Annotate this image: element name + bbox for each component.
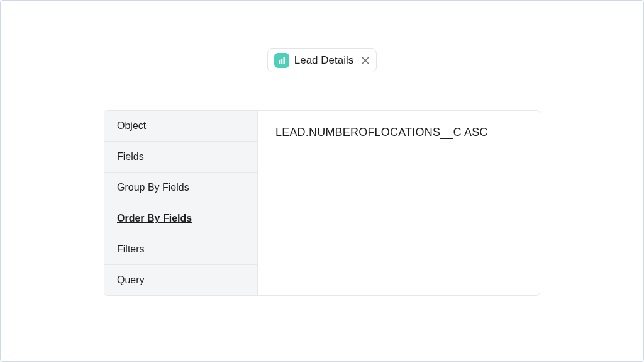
content-area: LEAD.NUMBEROFLOCATIONS__C ASC	[258, 111, 540, 295]
order-by-value: LEAD.NUMBEROFLOCATIONS__C ASC	[275, 126, 522, 139]
chart-icon	[274, 53, 289, 68]
close-icon[interactable]	[361, 56, 370, 65]
details-panel: Object Fields Group By Fields Order By F…	[104, 110, 540, 296]
chip-container: Lead Details	[1, 48, 643, 72]
svg-rect-1	[279, 60, 280, 64]
sidebar-item-label: Order By Fields	[117, 213, 192, 223]
sidebar-item-label: Group By Fields	[117, 182, 189, 193]
sidebar-item-label: Object	[117, 120, 146, 131]
sidebar-item-fields[interactable]: Fields	[104, 142, 257, 173]
sidebar: Object Fields Group By Fields Order By F…	[104, 111, 258, 295]
sidebar-item-label: Query	[117, 274, 145, 285]
sidebar-item-filters[interactable]: Filters	[104, 234, 257, 265]
sidebar-item-object[interactable]: Object	[104, 111, 257, 142]
sidebar-item-label: Fields	[117, 151, 144, 162]
lead-details-chip[interactable]: Lead Details	[267, 48, 377, 72]
sidebar-item-order-by-fields[interactable]: Order By Fields	[104, 203, 257, 234]
sidebar-item-query[interactable]: Query	[104, 265, 257, 295]
svg-rect-3	[283, 57, 285, 64]
svg-rect-2	[280, 59, 282, 64]
sidebar-item-group-by-fields[interactable]: Group By Fields	[104, 173, 257, 203]
chip-label: Lead Details	[294, 54, 354, 67]
sidebar-item-label: Filters	[117, 244, 145, 254]
